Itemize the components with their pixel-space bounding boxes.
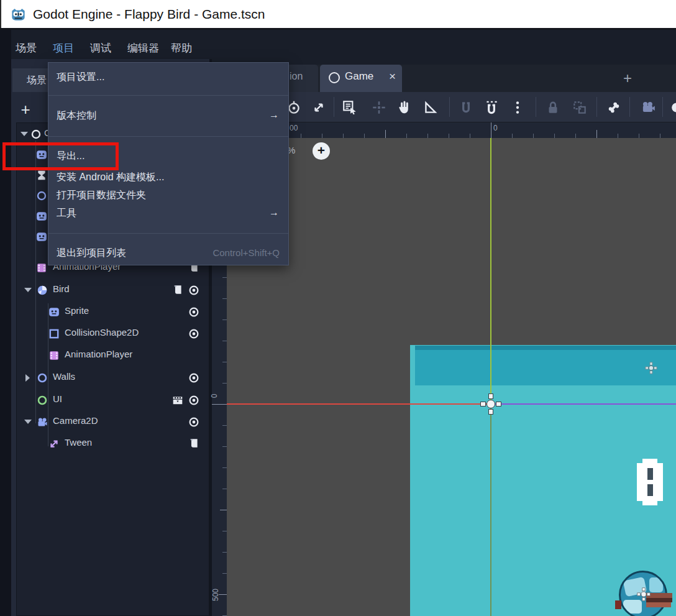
ruler-label-origin: 0 [210,394,219,398]
bird-sprite[interactable] [619,571,669,616]
menu-item-install-android-template[interactable]: 安装 Android 构建模板... [57,171,164,184]
chevron-down-icon[interactable] [24,420,32,424]
tree-row-bird[interactable]: Bird [17,282,209,299]
tree-node-label[interactable]: Camera2D [53,415,98,426]
x-axis-red-line [227,403,491,405]
menu-help[interactable]: 帮助 [171,39,192,58]
titlebar-divider [0,28,676,30]
y-axis-green-line-lower [490,404,491,616]
menu-scene[interactable]: 场景 [16,39,37,58]
tree-row-animationplayer2[interactable]: AnimationPlayer [17,347,209,364]
kinematic-body-icon [37,285,48,296]
bird-belly [623,600,642,614]
menu-editor[interactable]: 编辑器 [127,39,159,58]
ruler-tool-icon[interactable] [422,99,439,116]
menu-item-open-project-data-folder[interactable]: 打开项目数据文件夹 [57,189,146,202]
chevron-down-icon[interactable] [24,288,32,292]
game-sky-band [415,350,676,385]
score-zero-slot [647,484,653,496]
node-circle-icon [30,129,42,140]
tree-row-walls[interactable]: Walls [17,369,209,387]
snap-options-dots-icon[interactable] [509,99,526,116]
tree-node-label[interactable]: UI [53,393,62,404]
menu-separator [48,233,288,234]
camera2d-icon [37,416,48,428]
tree-row-ui[interactable]: UI [17,392,209,409]
scale-tool-icon[interactable] [311,99,327,116]
toolbar-separator [662,97,663,117]
tree-row-collisionshape2d[interactable]: CollisionShape2D [17,325,209,342]
eye-visibility-icon[interactable] [188,416,199,428]
tab-game[interactable]: Game × [320,65,402,92]
ungroup-icon[interactable] [572,99,588,116]
window-left-edge [0,30,11,616]
export-annotation-rectangle [2,142,119,170]
tree-node-label[interactable]: Bird [53,283,70,294]
tree-node-label[interactable]: AnimationPlayer [65,349,132,359]
timer-icon [36,170,47,181]
menu-project[interactable]: 项目 [53,39,74,58]
zoom-in-button[interactable]: + [313,142,330,160]
ruler-label-partial: 00 [290,124,298,132]
eye-visibility-icon[interactable] [188,306,199,318]
eye-visibility-icon[interactable] [188,372,199,384]
ruler-label-500: 500 [211,589,220,601]
tab-label: Game [345,70,373,83]
chevron-right-icon[interactable] [25,374,30,382]
tree-node-label[interactable]: CollisionShape2D [65,327,139,338]
group-clapper-icon[interactable] [172,395,183,406]
eye-visibility-icon[interactable] [188,285,199,296]
tree-node-label[interactable]: Walls [53,371,75,382]
submenu-arrow-icon: → [269,207,279,218]
2d-viewport[interactable] [227,138,676,616]
bone-icon[interactable] [606,99,622,116]
menu-item-project-settings[interactable]: 项目设置... [57,71,104,84]
tab-label-partial: ion [290,71,303,82]
ruler-major-tick [596,130,597,138]
menu-separator [48,95,288,96]
script-icon[interactable] [172,285,183,296]
list-select-icon[interactable] [342,99,358,116]
menu-shortcut-label: Control+Shift+Q [212,247,280,258]
eye-visibility-icon[interactable] [188,395,199,406]
score-zero-slot [647,468,653,480]
toolbar-separator [536,97,536,117]
add-node-button[interactable]: + [15,99,36,121]
tree-node-label[interactable]: Sprite [65,305,89,316]
movie-camera-icon[interactable] [640,99,656,116]
tree-node-label[interactable]: Tween [65,437,92,448]
menu-item-tools[interactable]: 工具 [57,207,76,220]
title-bar[interactable]: Godot Engine - Flappy Bird - Game.tscn [0,0,676,28]
tree-row-tween[interactable]: Tween [17,435,209,453]
origin-crosshair-gizmo[interactable] [480,393,501,415]
sprite-icon [36,211,47,222]
game-top-strip [415,346,676,350]
chevron-down-icon[interactable] [21,132,28,136]
beak-stripe [646,602,671,607]
viewport-edge-purple-line [491,403,676,405]
eye-visibility-icon[interactable] [188,328,199,339]
partial-edge-icon[interactable] [670,99,676,116]
bird-tail [615,600,621,609]
menu-item-version-control[interactable]: 版本控制 [57,109,96,122]
tree-row-camera2d[interactable]: Camera2D [17,413,209,431]
script-icon[interactable] [188,438,199,449]
lock-icon[interactable] [545,99,561,116]
node2d-circle-icon [37,372,48,384]
tree-row-sprite[interactable]: Sprite [17,303,209,321]
ruler-origin-tick [212,404,227,405]
bird-position-gizmo[interactable] [637,587,650,600]
pan-hand-icon[interactable] [396,99,412,116]
godot-logo-icon [10,6,27,22]
control-circle-icon [37,395,48,406]
submenu-arrow-icon: → [269,109,279,121]
tab-close-icon[interactable]: × [389,70,396,83]
camera-center-gizmo[interactable] [646,362,657,374]
smart-snap-icon[interactable] [458,99,474,116]
menu-item-quit-to-project-list[interactable]: 退出到项目列表 [57,247,126,260]
node2d-circle-icon [36,190,47,201]
menu-debug[interactable]: 调试 [90,39,111,58]
new-scene-tab-button[interactable]: + [619,70,636,87]
grid-snap-icon[interactable] [483,99,500,116]
snap-position-icon[interactable] [371,99,387,116]
